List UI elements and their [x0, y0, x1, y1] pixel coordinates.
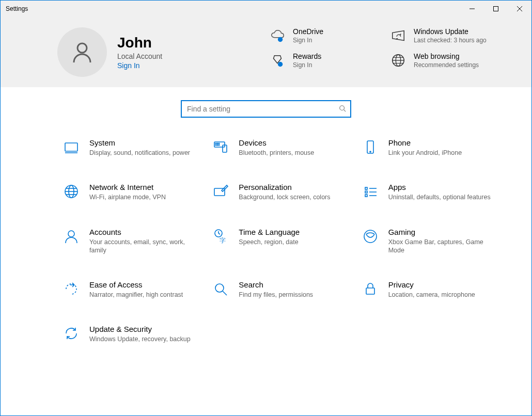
category-title: Phone [388, 138, 462, 147]
search-icon [339, 105, 346, 114]
rewards-icon [269, 52, 286, 69]
category-time-language[interactable]: 字 Time & Language Speech, region, date [212, 228, 346, 255]
category-network[interactable]: Network & Internet Wi-Fi, airplane mode,… [62, 183, 197, 201]
svg-line-45 [223, 291, 227, 295]
svg-point-23 [219, 145, 220, 146]
ease-of-access-icon [62, 280, 80, 298]
user-info: John Local Account Sign In [117, 35, 162, 70]
close-button[interactable] [508, 1, 531, 17]
category-sub: Speech, region, date [239, 238, 300, 246]
category-title: Apps [388, 183, 491, 191]
svg-rect-32 [365, 187, 367, 189]
personalization-icon [212, 183, 229, 200]
update-icon [390, 27, 406, 44]
category-personalization[interactable]: Personalization Background, lock screen,… [212, 183, 346, 201]
category-title: System [89, 138, 190, 147]
svg-rect-33 [365, 191, 367, 193]
time-language-icon: 字 [212, 228, 229, 245]
minimize-button[interactable] [460, 1, 484, 17]
category-sub: Link your Android, iPhone [388, 149, 462, 157]
category-sub: Your accounts, email, sync, work, family [89, 238, 197, 255]
category-system[interactable]: System Display, sound, notifications, po… [62, 138, 197, 157]
category-sub: Wi-Fi, airplane mode, VPN [89, 193, 166, 201]
privacy-icon [362, 280, 379, 298]
status-sub: Last checked: 3 hours ago [414, 37, 487, 44]
status-grid: OneDrive Sign In Windows Update Last che… [269, 27, 490, 69]
categories-grid: System Display, sound, notifications, po… [1, 123, 531, 359]
svg-line-41 [218, 233, 220, 234]
category-title: Accounts [89, 228, 197, 236]
category-title: Gaming [388, 228, 496, 236]
svg-point-18 [216, 143, 217, 144]
search-row [1, 87, 531, 123]
category-devices[interactable]: Devices Bluetooth, printers, mouse [212, 138, 346, 157]
category-ease-of-access[interactable]: Ease of Access Narrator, magnifier, high… [62, 280, 197, 299]
status-web-browsing[interactable]: Web browsing Recommended settings [390, 52, 490, 69]
network-icon [62, 183, 80, 200]
status-onedrive[interactable]: OneDrive Sign In [269, 27, 369, 44]
category-sub: Bluetooth, printers, mouse [239, 149, 314, 157]
svg-line-13 [344, 109, 346, 111]
category-search[interactable]: Search Find my files, permissions [212, 280, 346, 299]
svg-rect-46 [366, 288, 374, 294]
status-sub: Sign In [293, 37, 323, 44]
phone-icon [362, 138, 379, 156]
update-security-icon [62, 325, 80, 342]
svg-point-38 [68, 231, 74, 237]
status-sub: Recommended settings [414, 61, 479, 69]
category-privacy[interactable]: Privacy Location, camera, microphone [362, 280, 496, 299]
header: John Local Account Sign In OneDrive Sign… [1, 17, 531, 87]
svg-point-12 [340, 105, 345, 110]
category-title: Search [239, 280, 313, 289]
svg-point-19 [217, 143, 218, 144]
globe-icon [390, 52, 406, 69]
status-rewards[interactable]: Rewards Sign In [269, 52, 369, 69]
category-title: Update & Security [89, 325, 191, 333]
user-icon [70, 40, 95, 65]
svg-point-25 [370, 151, 371, 152]
devices-icon [212, 138, 229, 156]
category-phone[interactable]: Phone Link your Android, iPhone [362, 138, 496, 157]
category-gaming[interactable]: Gaming Xbox Game Bar, captures, Game Mod… [362, 228, 496, 255]
search-box[interactable] [181, 100, 351, 118]
onedrive-icon [269, 27, 286, 44]
svg-rect-34 [365, 195, 367, 197]
signin-link[interactable]: Sign In [117, 61, 140, 70]
category-title: Ease of Access [89, 280, 183, 289]
svg-point-43 [364, 230, 377, 243]
category-title: Personalization [239, 183, 330, 191]
apps-icon [362, 183, 379, 200]
status-title: Web browsing [414, 52, 479, 60]
svg-point-22 [217, 145, 218, 146]
svg-point-20 [219, 143, 220, 144]
search-category-icon [212, 280, 229, 298]
window-title: Settings [6, 5, 28, 12]
accounts-icon [62, 228, 80, 245]
avatar[interactable] [57, 27, 107, 77]
category-accounts[interactable]: Accounts Your accounts, email, sync, wor… [62, 228, 197, 255]
svg-rect-1 [494, 7, 498, 11]
maximize-button[interactable] [484, 1, 508, 17]
category-sub: Display, sound, notifications, power [89, 149, 190, 157]
category-update-security[interactable]: Update & Security Windows Update, recove… [62, 325, 197, 343]
svg-point-5 [278, 37, 283, 42]
window-controls [460, 1, 531, 17]
system-icon [62, 138, 80, 156]
account-type: Local Account [117, 52, 162, 60]
svg-point-4 [77, 43, 87, 53]
user-name: John [117, 35, 162, 51]
category-sub: Xbox Game Bar, captures, Game Mode [388, 238, 496, 255]
search-input[interactable] [186, 104, 339, 114]
category-apps[interactable]: Apps Uninstall, defaults, optional featu… [362, 183, 496, 201]
category-title: Network & Internet [89, 183, 166, 191]
category-sub: Background, lock screen, colors [239, 193, 330, 201]
status-title: Rewards [293, 52, 321, 60]
status-windows-update[interactable]: Windows Update Last checked: 3 hours ago [390, 27, 490, 44]
category-title: Privacy [388, 280, 475, 289]
status-title: OneDrive [293, 27, 323, 36]
svg-point-6 [278, 62, 283, 67]
category-sub: Uninstall, defaults, optional features [388, 193, 491, 201]
category-sub: Location, camera, microphone [388, 291, 475, 299]
status-title: Windows Update [414, 27, 487, 36]
svg-rect-14 [65, 143, 77, 151]
